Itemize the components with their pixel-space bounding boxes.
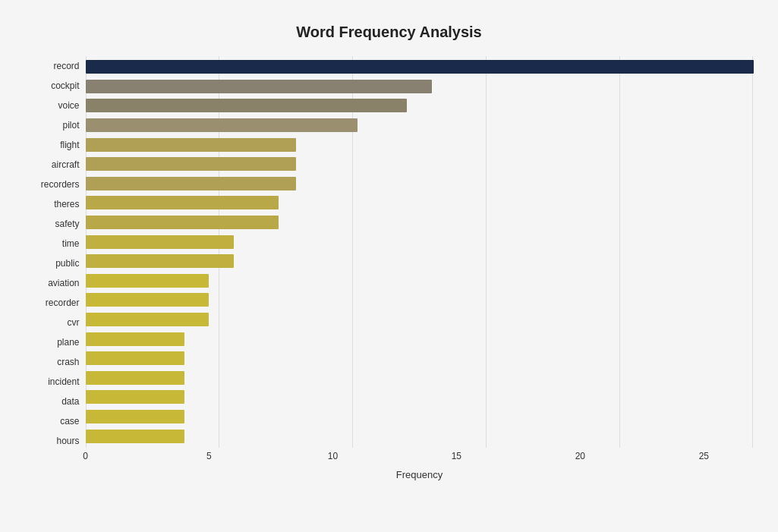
- bar-row: [86, 175, 754, 192]
- bar: [86, 293, 209, 307]
- bar: [86, 390, 184, 404]
- bar-row: [86, 214, 754, 231]
- bar: [86, 99, 408, 112]
- bar: [86, 332, 184, 346]
- y-label: aviation: [25, 273, 86, 293]
- x-tick: 20: [575, 451, 585, 461]
- y-label: theres: [25, 194, 86, 214]
- x-tick: 0: [83, 451, 88, 461]
- y-label: voice: [25, 96, 86, 115]
- x-tick: 5: [206, 451, 212, 461]
- bars-list: [86, 56, 754, 448]
- bar: [86, 196, 279, 209]
- bar-row: [86, 291, 754, 308]
- bar: [86, 274, 209, 288]
- x-tick: 10: [328, 451, 338, 461]
- chart-area: recordcockpitvoicepilotflightaircraftrec…: [25, 56, 754, 474]
- bar: [86, 118, 358, 132]
- bar-row: [86, 97, 754, 114]
- bar-row: [86, 234, 754, 250]
- bar: [86, 430, 184, 443]
- bar-row: [86, 137, 754, 153]
- y-label: time: [25, 234, 86, 253]
- bar-row: [86, 156, 754, 172]
- x-tick: 25: [699, 451, 709, 461]
- y-label: aircraft: [25, 155, 86, 175]
- bar: [86, 254, 235, 268]
- y-axis-labels: recordcockpitvoicepilotflightaircraftrec…: [25, 56, 86, 474]
- bar: [86, 138, 296, 152]
- bar-row: [86, 370, 754, 386]
- y-label: incident: [25, 372, 86, 392]
- bar-row: [86, 331, 754, 348]
- bar-row: [86, 253, 754, 269]
- y-label: recorder: [25, 293, 86, 313]
- bar-row: [86, 194, 754, 211]
- y-label: public: [25, 253, 86, 273]
- bar-row: [86, 389, 754, 405]
- chart-container: Word Frequency Analysis recordcockpitvoi…: [10, 8, 769, 524]
- y-label: crash: [25, 352, 86, 372]
- y-label: cvr: [25, 313, 86, 332]
- y-label: case: [25, 411, 86, 431]
- chart-title: Word Frequency Analysis: [25, 24, 754, 41]
- bar: [86, 177, 296, 190]
- x-ticks: 0510152025: [86, 451, 754, 466]
- y-label: record: [25, 56, 86, 76]
- bar-row: [86, 58, 754, 75]
- x-axis-label: Frequency: [86, 469, 754, 480]
- bar-row: [86, 311, 754, 328]
- bar-row: [86, 408, 754, 425]
- bar: [86, 60, 754, 74]
- bar-row: [86, 117, 754, 134]
- bars-and-x-area: 0510152025 Frequency: [86, 56, 754, 474]
- bar: [86, 351, 184, 365]
- bar: [86, 157, 296, 171]
- bar: [86, 80, 432, 93]
- bar: [86, 216, 279, 229]
- bar: [86, 313, 209, 326]
- y-label: plane: [25, 332, 86, 352]
- bar-row: [86, 272, 754, 289]
- y-label: cockpit: [25, 76, 86, 96]
- x-axis: 0510152025 Frequency: [86, 451, 754, 474]
- y-label: hours: [25, 431, 86, 451]
- x-tick: 15: [452, 451, 461, 461]
- bar-row: [86, 428, 754, 445]
- bar: [86, 235, 235, 249]
- bars-section: [86, 56, 754, 448]
- bar-row: [86, 78, 754, 95]
- bar: [86, 371, 184, 385]
- y-label: flight: [25, 135, 86, 155]
- bar-row: [86, 350, 754, 367]
- y-label: pilot: [25, 115, 86, 135]
- y-label: data: [25, 392, 86, 411]
- y-label: recorders: [25, 175, 86, 194]
- bar: [86, 410, 184, 423]
- y-label: safety: [25, 214, 86, 234]
